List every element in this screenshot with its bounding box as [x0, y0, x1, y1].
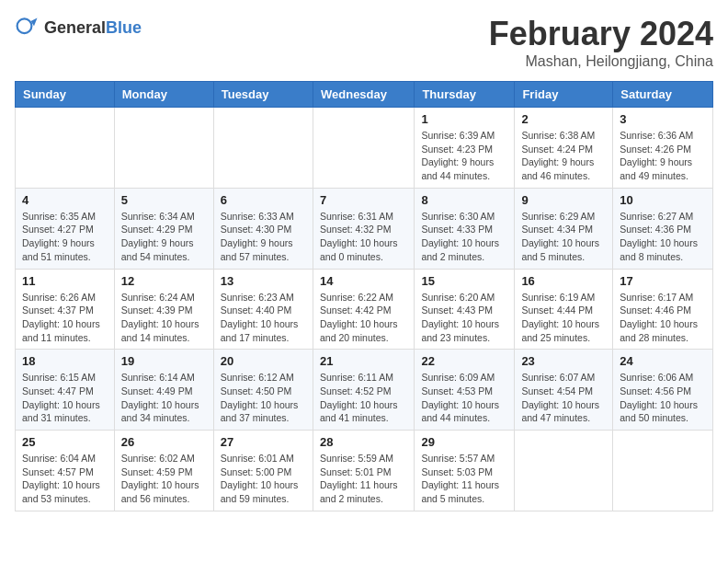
day-info: Sunrise: 6:20 AM Sunset: 4:43 PM Dayligh… [421, 291, 507, 345]
day-info: Sunrise: 6:06 AM Sunset: 4:56 PM Dayligh… [620, 371, 706, 425]
calendar-day-cell: 5Sunrise: 6:34 AM Sunset: 4:29 PM Daylig… [114, 188, 213, 269]
day-info: Sunrise: 6:07 AM Sunset: 4:54 PM Dayligh… [521, 371, 606, 425]
day-number: 7 [320, 193, 407, 207]
calendar-day-cell [16, 108, 115, 189]
calendar-day-cell: 4Sunrise: 6:35 AM Sunset: 4:27 PM Daylig… [16, 188, 115, 269]
svg-point-0 [17, 18, 32, 33]
day-number: 29 [421, 435, 507, 449]
month-title: February 2024 [489, 15, 713, 53]
calendar-day-cell: 9Sunrise: 6:29 AM Sunset: 4:34 PM Daylig… [515, 188, 613, 269]
day-number: 25 [22, 435, 108, 449]
logo-blue-text: Blue [106, 18, 142, 37]
day-info: Sunrise: 6:12 AM Sunset: 4:50 PM Dayligh… [221, 371, 306, 425]
weekday-header-cell: Saturday [613, 82, 713, 108]
day-info: Sunrise: 6:11 AM Sunset: 4:52 PM Dayligh… [320, 371, 407, 425]
day-number: 26 [121, 435, 207, 449]
day-number: 27 [221, 435, 306, 449]
day-info: Sunrise: 6:15 AM Sunset: 4:47 PM Dayligh… [22, 371, 108, 425]
calendar-day-cell: 1Sunrise: 6:39 AM Sunset: 4:23 PM Daylig… [415, 108, 515, 189]
logo: GeneralBlue [15, 15, 142, 40]
day-number: 10 [620, 193, 706, 207]
logo-icon [15, 15, 40, 40]
calendar-day-cell: 29Sunrise: 5:57 AM Sunset: 5:03 PM Dayli… [415, 431, 515, 511]
calendar-day-cell: 20Sunrise: 6:12 AM Sunset: 4:50 PM Dayli… [213, 350, 313, 431]
day-number: 14 [320, 274, 407, 288]
page-header: GeneralBlue February 2024 Mashan, Heilon… [15, 15, 713, 70]
day-info: Sunrise: 6:30 AM Sunset: 4:33 PM Dayligh… [421, 210, 507, 264]
day-number: 23 [521, 354, 606, 368]
day-info: Sunrise: 6:02 AM Sunset: 4:59 PM Dayligh… [121, 452, 207, 506]
day-info: Sunrise: 6:24 AM Sunset: 4:39 PM Dayligh… [121, 291, 207, 345]
weekday-header-row: SundayMondayTuesdayWednesdayThursdayFrid… [16, 82, 713, 108]
calendar-day-cell: 22Sunrise: 6:09 AM Sunset: 4:53 PM Dayli… [415, 350, 515, 431]
logo-general-text: General [44, 18, 106, 37]
day-number: 28 [320, 435, 407, 449]
weekday-header-cell: Tuesday [213, 82, 313, 108]
calendar-day-cell: 27Sunrise: 6:01 AM Sunset: 5:00 PM Dayli… [213, 431, 313, 511]
day-info: Sunrise: 6:36 AM Sunset: 4:26 PM Dayligh… [620, 129, 706, 183]
calendar-day-cell [613, 431, 713, 511]
day-number: 3 [620, 112, 706, 126]
day-number: 17 [620, 274, 706, 288]
weekday-header-cell: Wednesday [313, 82, 414, 108]
calendar-day-cell: 13Sunrise: 6:23 AM Sunset: 4:40 PM Dayli… [213, 269, 313, 350]
calendar-day-cell [213, 108, 313, 189]
calendar-week-row: 1Sunrise: 6:39 AM Sunset: 4:23 PM Daylig… [16, 108, 713, 189]
calendar-day-cell: 10Sunrise: 6:27 AM Sunset: 4:36 PM Dayli… [613, 188, 713, 269]
calendar-day-cell [114, 108, 213, 189]
calendar-day-cell: 2Sunrise: 6:38 AM Sunset: 4:24 PM Daylig… [515, 108, 613, 189]
day-number: 22 [421, 354, 507, 368]
calendar-week-row: 18Sunrise: 6:15 AM Sunset: 4:47 PM Dayli… [16, 350, 713, 431]
day-info: Sunrise: 6:26 AM Sunset: 4:37 PM Dayligh… [22, 291, 108, 345]
day-info: Sunrise: 6:39 AM Sunset: 4:23 PM Dayligh… [421, 129, 507, 183]
day-info: Sunrise: 6:27 AM Sunset: 4:36 PM Dayligh… [620, 210, 706, 264]
calendar-day-cell [313, 108, 414, 189]
calendar-day-cell: 26Sunrise: 6:02 AM Sunset: 4:59 PM Dayli… [114, 431, 213, 511]
day-info: Sunrise: 6:14 AM Sunset: 4:49 PM Dayligh… [121, 371, 207, 425]
calendar-day-cell: 6Sunrise: 6:33 AM Sunset: 4:30 PM Daylig… [213, 188, 313, 269]
day-number: 2 [521, 112, 606, 126]
calendar-week-row: 25Sunrise: 6:04 AM Sunset: 4:57 PM Dayli… [16, 431, 713, 511]
calendar-day-cell: 19Sunrise: 6:14 AM Sunset: 4:49 PM Dayli… [114, 350, 213, 431]
weekday-header-cell: Thursday [415, 82, 515, 108]
day-number: 15 [421, 274, 507, 288]
day-info: Sunrise: 6:35 AM Sunset: 4:27 PM Dayligh… [22, 210, 108, 264]
day-info: Sunrise: 6:34 AM Sunset: 4:29 PM Dayligh… [121, 210, 207, 264]
day-info: Sunrise: 6:31 AM Sunset: 4:32 PM Dayligh… [320, 210, 407, 264]
calendar-day-cell: 23Sunrise: 6:07 AM Sunset: 4:54 PM Dayli… [515, 350, 613, 431]
day-info: Sunrise: 5:59 AM Sunset: 5:01 PM Dayligh… [320, 452, 407, 506]
day-info: Sunrise: 6:04 AM Sunset: 4:57 PM Dayligh… [22, 452, 108, 506]
weekday-header-cell: Friday [515, 82, 613, 108]
calendar-day-cell: 16Sunrise: 6:19 AM Sunset: 4:44 PM Dayli… [515, 269, 613, 350]
day-number: 13 [221, 274, 306, 288]
calendar-day-cell: 11Sunrise: 6:26 AM Sunset: 4:37 PM Dayli… [16, 269, 115, 350]
weekday-header-cell: Sunday [16, 82, 115, 108]
calendar-day-cell: 18Sunrise: 6:15 AM Sunset: 4:47 PM Dayli… [16, 350, 115, 431]
day-info: Sunrise: 6:33 AM Sunset: 4:30 PM Dayligh… [221, 210, 306, 264]
day-info: Sunrise: 5:57 AM Sunset: 5:03 PM Dayligh… [421, 452, 507, 506]
calendar-day-cell: 7Sunrise: 6:31 AM Sunset: 4:32 PM Daylig… [313, 188, 414, 269]
day-info: Sunrise: 6:23 AM Sunset: 4:40 PM Dayligh… [221, 291, 306, 345]
day-number: 1 [421, 112, 507, 126]
day-number: 8 [421, 193, 507, 207]
day-number: 6 [221, 193, 306, 207]
calendar-week-row: 11Sunrise: 6:26 AM Sunset: 4:37 PM Dayli… [16, 269, 713, 350]
calendar-table: SundayMondayTuesdayWednesdayThursdayFrid… [15, 81, 713, 511]
title-area: February 2024 Mashan, Heilongjiang, Chin… [489, 15, 713, 70]
calendar-day-cell: 24Sunrise: 6:06 AM Sunset: 4:56 PM Dayli… [613, 350, 713, 431]
calendar-day-cell: 25Sunrise: 6:04 AM Sunset: 4:57 PM Dayli… [16, 431, 115, 511]
day-number: 11 [22, 274, 108, 288]
day-number: 16 [521, 274, 606, 288]
day-info: Sunrise: 6:01 AM Sunset: 5:00 PM Dayligh… [221, 452, 306, 506]
day-info: Sunrise: 6:22 AM Sunset: 4:42 PM Dayligh… [320, 291, 407, 345]
weekday-header-cell: Monday [114, 82, 213, 108]
day-number: 5 [121, 193, 207, 207]
day-number: 18 [22, 354, 108, 368]
day-number: 9 [521, 193, 606, 207]
calendar-body: 1Sunrise: 6:39 AM Sunset: 4:23 PM Daylig… [16, 108, 713, 511]
calendar-day-cell [515, 431, 613, 511]
calendar-day-cell: 15Sunrise: 6:20 AM Sunset: 4:43 PM Dayli… [415, 269, 515, 350]
calendar-day-cell: 12Sunrise: 6:24 AM Sunset: 4:39 PM Dayli… [114, 269, 213, 350]
day-info: Sunrise: 6:09 AM Sunset: 4:53 PM Dayligh… [421, 371, 507, 425]
calendar-day-cell: 14Sunrise: 6:22 AM Sunset: 4:42 PM Dayli… [313, 269, 414, 350]
